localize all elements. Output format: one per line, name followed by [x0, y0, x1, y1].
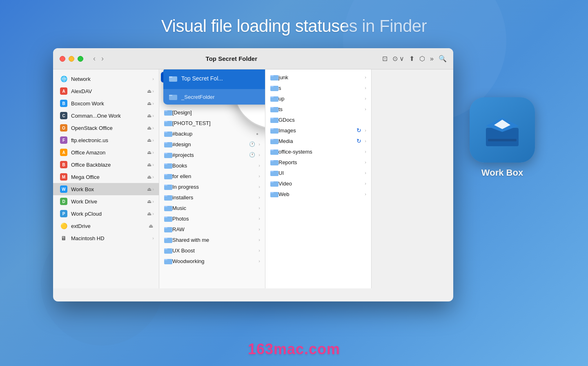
folder-icon-phototest: [164, 120, 172, 126]
tag-icon[interactable]: ⬡: [419, 55, 425, 62]
item-label-woodworking: Woodworking: [172, 258, 257, 264]
boxcom-chevron: ›: [152, 101, 154, 106]
alexdav-eject: ⏏: [147, 88, 151, 94]
column-item-woodworking[interactable]: Woodworking ›: [159, 256, 265, 266]
search-icon[interactable]: 🔍: [439, 55, 447, 62]
chevron-music: ›: [258, 205, 260, 210]
sidebar-item-network[interactable]: 🌐 Network ›: [53, 73, 159, 85]
ftp-chevron: ›: [152, 138, 154, 143]
column-item-design2[interactable]: #design 🕐 ›: [159, 139, 265, 150]
svg-rect-43: [270, 107, 274, 108]
column-item-video[interactable]: Video ›: [265, 178, 371, 189]
column-item-books[interactable]: Books ›: [159, 160, 265, 171]
item-label-backup: #backup: [172, 131, 256, 137]
sidebar-item-macintosh[interactable]: 🖥 Macintosh HD ›: [53, 232, 159, 244]
sidebar-item-alexdav[interactable]: A AlexDAV ⏏ ›: [53, 85, 159, 97]
sidebar-item-workbox[interactable]: W Work Box ⏏ ›: [53, 183, 159, 195]
popup-second-row[interactable]: _SecretFolder 🔒 ›: [163, 89, 265, 105]
sidebar-item-ftp[interactable]: F ftp.electronic.us ⏏ ›: [53, 134, 159, 146]
chevron-ui: ›: [365, 170, 366, 175]
chevron-sharedwithme: ›: [258, 237, 260, 242]
column-item-junk[interactable]: junk ›: [265, 72, 371, 83]
sidebar-item-workpcloud[interactable]: P Work pCloud ⏏ ›: [53, 208, 159, 220]
column-item-ui[interactable]: UI ›: [265, 167, 371, 178]
item-label-reports: Reports: [278, 159, 363, 165]
item-label-photos: Photos: [172, 216, 257, 222]
item-label-officesystems: office-systems: [278, 149, 363, 155]
folder-icon-books: [164, 162, 172, 169]
column-1: Top Secret Fol... ↻ › Top Sec: [159, 69, 265, 288]
folder-icon-images: [270, 127, 278, 134]
sidebar-item-amazon[interactable]: A Office Amazon ⏏ ›: [53, 146, 159, 158]
sidebar-item-workdrive[interactable]: D Work Drive ⏏ ›: [53, 195, 159, 208]
sidebar-item-mega[interactable]: M Mega Office ⏏ ›: [53, 171, 159, 183]
boxcom-eject: ⏏: [147, 100, 151, 106]
svg-rect-21: [164, 185, 167, 186]
column-item-projects[interactable]: #projects 🕐 ›: [159, 150, 265, 160]
commandone-icon: C: [60, 112, 68, 120]
chevron-uxboost: ›: [258, 248, 260, 253]
sidebar-label-workdrive: Work Drive: [71, 199, 147, 205]
close-button[interactable]: [60, 56, 65, 62]
column-item-installers[interactable]: installers ›: [159, 192, 265, 203]
sidebar-item-commandone[interactable]: C Comman...One Work ⏏ ›: [53, 109, 159, 122]
popup-selected-row[interactable]: Top Secret Fol... ↻ ›: [163, 69, 265, 89]
popup-second-label: _SecretFolder: [181, 94, 265, 100]
column-item-inprogress[interactable]: In progress ›: [159, 181, 265, 192]
commandone-eject: ⏏: [147, 113, 151, 118]
column-item-officesystems[interactable]: office-systems ›: [265, 146, 371, 157]
finder-window: ‹ › Top Secret Folder ⊡ ⊙ ∨ ⬆ ⬡ » 🔍 🌐 Ne…: [53, 48, 453, 301]
sidebar-item-boxcom[interactable]: B Boxcom Work ⏏ ›: [53, 97, 159, 109]
svg-rect-51: [270, 150, 274, 151]
more-icon[interactable]: »: [430, 55, 434, 62]
item-label-music: Music: [172, 205, 257, 211]
chevron-images: ›: [365, 128, 366, 133]
options-icon[interactable]: ⊙ ∨: [392, 55, 404, 62]
sidebar-label-workpcloud: Work pCloud: [71, 211, 147, 217]
mega-eject: ⏏: [147, 174, 151, 180]
share-icon[interactable]: ⬆: [409, 55, 414, 62]
item-label-up: up: [278, 96, 363, 102]
svg-rect-35: [164, 259, 167, 260]
chevron-officesystems: ›: [365, 149, 366, 154]
column-item-web[interactable]: Web ›: [265, 189, 371, 199]
item-label-video: Video: [278, 181, 363, 187]
path-icon[interactable]: ⊡: [382, 55, 388, 62]
svg-rect-59: [270, 192, 274, 193]
maximize-button[interactable]: [78, 56, 83, 62]
minimize-button[interactable]: [69, 56, 74, 62]
column-item-up[interactable]: up ›: [265, 93, 371, 104]
commandone-chevron: ›: [152, 113, 154, 118]
folder-icon-sharedwithme: [164, 237, 172, 243]
column-item-images[interactable]: Images ↻ ›: [265, 125, 371, 136]
gray-circle-backup: ●: [256, 132, 258, 136]
column-item-uxboost[interactable]: UX Boost ›: [159, 245, 265, 256]
column-item-photos[interactable]: Photos ›: [159, 213, 265, 224]
macintosh-chevron: ›: [152, 236, 154, 241]
item-label-junk: junk: [278, 74, 363, 80]
column-item-forellen[interactable]: for ellen ›: [159, 171, 265, 181]
column-item-gdocs[interactable]: GDocs: [265, 114, 371, 125]
folder-icon-design: [164, 109, 172, 116]
column-item-raw[interactable]: RAW ›: [159, 224, 265, 234]
column-item-reports[interactable]: Reports ›: [265, 157, 371, 167]
column-item-sharedwithme[interactable]: Shared with me ›: [159, 234, 265, 245]
column-2: junk › s › up › ts: [265, 69, 372, 288]
workdrive-eject: ⏏: [147, 199, 151, 204]
sidebar-item-backblaze[interactable]: B Office Backblaze ⏏ ›: [53, 158, 159, 171]
svg-rect-15: [164, 153, 167, 154]
column-item-music[interactable]: Music ›: [159, 203, 265, 213]
column-item-backup[interactable]: #backup ●: [159, 128, 265, 139]
item-label-gdocs: GDocs: [278, 117, 366, 123]
column-item-s[interactable]: s ›: [265, 83, 371, 93]
svg-rect-39: [270, 86, 274, 87]
column-item-media[interactable]: Media ↻ ›: [265, 136, 371, 146]
sidebar-item-extdrive[interactable]: 🟡 extDrive ⏏: [53, 220, 159, 232]
column-item-ts[interactable]: ts ›: [265, 104, 371, 114]
content-area: 🌐 Network › A AlexDAV ⏏ › B Boxcom Work …: [53, 69, 453, 288]
sidebar-item-openstack[interactable]: O OpenStack Office ⏏ ›: [53, 122, 159, 134]
sidebar-label-alexdav: AlexDAV: [71, 88, 147, 94]
item-label-raw: RAW: [172, 226, 257, 232]
svg-rect-29: [164, 227, 167, 228]
sidebar: 🌐 Network › A AlexDAV ⏏ › B Boxcom Work …: [53, 69, 159, 288]
